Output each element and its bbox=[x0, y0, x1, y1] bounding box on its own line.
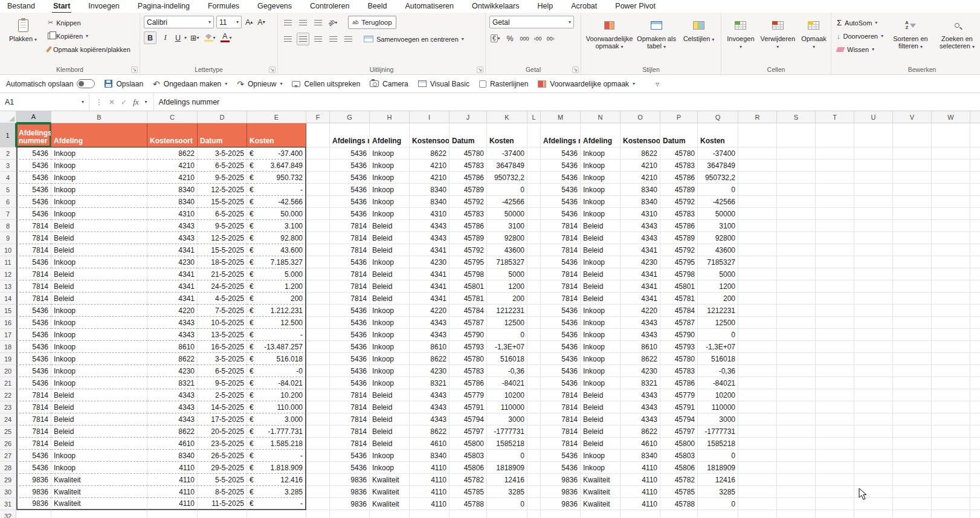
cell-E13[interactable]: €1.200 bbox=[247, 280, 306, 293]
cell-A3[interactable]: 5436 bbox=[16, 160, 51, 172]
cell-D25[interactable]: 20-5-2025 bbox=[198, 426, 247, 438]
cell-I14[interactable]: 4341 bbox=[410, 293, 450, 305]
cell-U32[interactable] bbox=[854, 510, 893, 518]
cell-L28[interactable] bbox=[527, 462, 541, 474]
cell-E5[interactable]: €- bbox=[247, 184, 306, 196]
cell-R21[interactable] bbox=[738, 377, 777, 389]
cell-Q6[interactable]: -42566 bbox=[698, 196, 738, 208]
cell-E21[interactable]: €-84.021 bbox=[247, 377, 306, 389]
cell-D29[interactable]: 5-5-2025 bbox=[198, 474, 247, 486]
cell-M25[interactable]: 7814 bbox=[541, 426, 581, 438]
paste-button[interactable]: Plakken ▾ bbox=[4, 16, 42, 65]
cell-J25[interactable]: 45797 bbox=[450, 426, 487, 438]
row-header-28[interactable]: 28 bbox=[0, 462, 16, 474]
cell-V25[interactable] bbox=[893, 426, 932, 438]
align-right-button[interactable] bbox=[312, 33, 324, 45]
cell-C2[interactable]: 8622 bbox=[147, 147, 198, 160]
cell-N24[interactable]: Beleid bbox=[581, 413, 621, 426]
cell-X15[interactable] bbox=[970, 305, 980, 317]
row-header-7[interactable]: 7 bbox=[0, 208, 16, 220]
cell-L9[interactable] bbox=[527, 232, 541, 244]
cell-D16[interactable]: 10-5-2025 bbox=[198, 317, 247, 329]
cell-T14[interactable] bbox=[816, 293, 854, 305]
cell-J9[interactable]: 45789 bbox=[450, 232, 487, 244]
cell-B16[interactable]: Inkoop bbox=[51, 317, 147, 329]
cell-X31[interactable] bbox=[970, 498, 980, 510]
cell-Q17[interactable]: 0 bbox=[698, 329, 738, 341]
cell-O15[interactable]: 4220 bbox=[621, 305, 660, 317]
cell-U7[interactable] bbox=[854, 208, 893, 220]
column-header-S[interactable]: S bbox=[777, 111, 816, 123]
conditional-formatting-button[interactable]: Voorwaardelijke opmaak ▾ bbox=[586, 16, 633, 65]
visual-basic-button[interactable]: Visual Basic bbox=[418, 80, 469, 88]
cell-F3[interactable] bbox=[306, 160, 330, 172]
cell-O6[interactable]: 8340 bbox=[621, 196, 660, 208]
cell-A30[interactable]: 9836 bbox=[16, 486, 51, 498]
insert-cells-button[interactable]: Invoegen ▾ bbox=[725, 16, 756, 65]
cell-L22[interactable] bbox=[527, 389, 541, 401]
cell-W14[interactable] bbox=[932, 293, 970, 305]
cell-V23[interactable] bbox=[893, 401, 932, 413]
cell-R24[interactable] bbox=[738, 413, 777, 426]
cell-I2[interactable]: 8622 bbox=[410, 147, 450, 160]
cell-P10[interactable]: 45792 bbox=[660, 244, 698, 256]
cell-O13[interactable]: 4341 bbox=[621, 280, 660, 293]
cell-I7[interactable]: 4310 bbox=[410, 208, 450, 220]
cell-V15[interactable] bbox=[893, 305, 932, 317]
cell-D21[interactable]: 9-5-2025 bbox=[198, 377, 247, 389]
cell-R4[interactable] bbox=[738, 172, 777, 184]
cell-T30[interactable] bbox=[816, 486, 854, 498]
cell-C28[interactable]: 4110 bbox=[147, 462, 198, 474]
cell-K2[interactable]: -37400 bbox=[487, 147, 527, 160]
cell-W16[interactable] bbox=[932, 317, 970, 329]
cell-U12[interactable] bbox=[854, 268, 893, 280]
cell-W15[interactable] bbox=[932, 305, 970, 317]
cell-D4[interactable]: 9-5-2025 bbox=[198, 172, 247, 184]
cell-I27[interactable]: 8340 bbox=[410, 450, 450, 462]
cell-G22[interactable]: 7814 bbox=[330, 389, 370, 401]
cell-P12[interactable]: 45798 bbox=[660, 268, 698, 280]
cell-D12[interactable]: 21-5-2025 bbox=[198, 268, 247, 280]
cell-K20[interactable]: -0,36 bbox=[487, 365, 527, 377]
cell-P25[interactable]: 45797 bbox=[660, 426, 698, 438]
cell-C1[interactable]: Kostensoort bbox=[147, 123, 198, 147]
cell-E17[interactable]: €- bbox=[247, 329, 306, 341]
cell-W23[interactable] bbox=[932, 401, 970, 413]
cell-J12[interactable]: 45798 bbox=[450, 268, 487, 280]
cell-U31[interactable] bbox=[854, 498, 893, 510]
cell-T24[interactable] bbox=[816, 413, 854, 426]
cell-Q32[interactable] bbox=[698, 510, 738, 518]
cell-S18[interactable] bbox=[777, 341, 816, 353]
cell-K30[interactable]: 3285 bbox=[487, 486, 527, 498]
cell-J2[interactable]: 45780 bbox=[450, 147, 487, 160]
cell-P3[interactable]: 45783 bbox=[660, 160, 698, 172]
cell-E11[interactable]: €7.185.327 bbox=[247, 256, 306, 268]
cell-G28[interactable]: 5436 bbox=[330, 462, 370, 474]
cell-I13[interactable]: 4341 bbox=[410, 280, 450, 293]
cell-F26[interactable] bbox=[306, 438, 330, 450]
cell-D2[interactable]: 3-5-2025 bbox=[198, 147, 247, 160]
cell-C30[interactable]: 4110 bbox=[147, 486, 198, 498]
cell-H30[interactable]: Kwaliteit bbox=[370, 486, 410, 498]
cell-G1[interactable]: Afdelings nummer bbox=[330, 123, 370, 147]
cell-U6[interactable] bbox=[854, 196, 893, 208]
cell-N20[interactable]: Inkoop bbox=[581, 365, 621, 377]
cell-W9[interactable] bbox=[932, 232, 970, 244]
cell-N8[interactable]: Beleid bbox=[581, 220, 621, 232]
cell-Q1[interactable]: Kosten bbox=[698, 123, 738, 147]
cell-B1[interactable]: Afdeling bbox=[51, 123, 147, 147]
cell-X5[interactable] bbox=[970, 184, 980, 196]
cell-B22[interactable]: Beleid bbox=[51, 389, 147, 401]
cell-K14[interactable]: 200 bbox=[487, 293, 527, 305]
cell-T28[interactable] bbox=[816, 462, 854, 474]
cell-Q3[interactable]: 3647849 bbox=[698, 160, 738, 172]
cell-O22[interactable]: 4343 bbox=[621, 389, 660, 401]
cell-M18[interactable]: 5436 bbox=[541, 341, 581, 353]
font-dialog-launcher-icon[interactable]: ↘ bbox=[269, 66, 276, 73]
cell-X18[interactable] bbox=[970, 341, 980, 353]
cell-C24[interactable]: 4343 bbox=[147, 413, 198, 426]
cell-K5[interactable]: 0 bbox=[487, 184, 527, 196]
cell-D15[interactable]: 7-5-2025 bbox=[198, 305, 247, 317]
cell-F13[interactable] bbox=[306, 280, 330, 293]
cell-X4[interactable] bbox=[970, 172, 980, 184]
